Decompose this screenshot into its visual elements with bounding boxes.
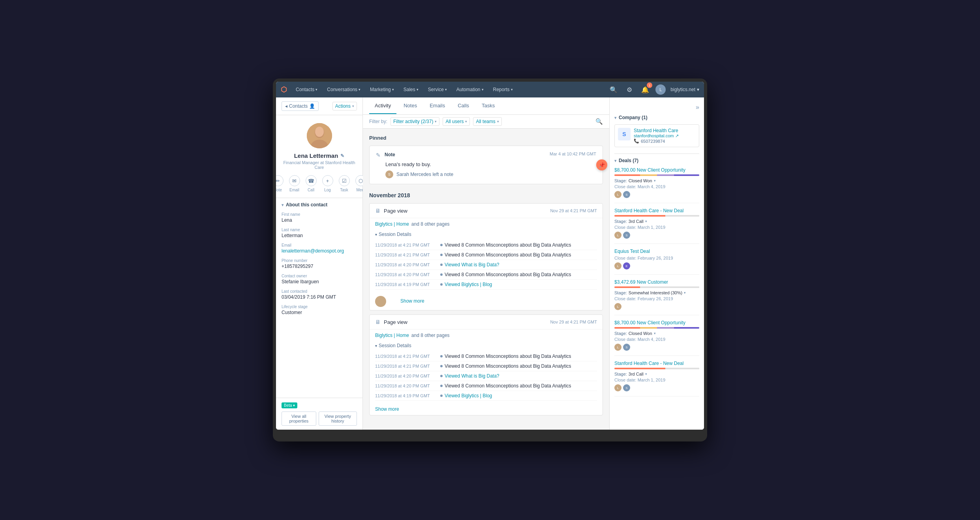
deal-progress-bar-5	[614, 327, 699, 329]
page-link-2[interactable]: Biglytics | Home	[375, 333, 409, 338]
company-name[interactable]: Stanford Health Care	[634, 128, 679, 133]
task-icon: ☑	[339, 175, 350, 186]
actions-button[interactable]: Actions ▾	[332, 102, 357, 110]
session-toggle-2[interactable]: ▾ Session Details	[370, 340, 603, 352]
pinned-section: Pinned ✎ Note Mar 4 at 10:42 PM GMT Lena…	[369, 135, 603, 184]
deal-name-4[interactable]: $3,472.69 New Customer	[614, 279, 699, 285]
contact-avatar-image	[307, 123, 332, 148]
session-row: 11/29/2018 at 4:19 PM GMT Viewed Biglyti…	[375, 391, 597, 401]
deal-card-5: $8,700.00 New Client Opportunity Stage: …	[614, 320, 699, 356]
progress-segment	[640, 286, 700, 288]
account-caret-icon: ▾	[697, 87, 699, 92]
deal-avatar: S	[623, 344, 630, 351]
nav-conversations[interactable]: Conversations ▾	[323, 84, 364, 95]
tab-notes[interactable]: Notes	[398, 98, 422, 114]
progress-segment	[640, 327, 657, 329]
call-action[interactable]: ☎ Call	[306, 175, 317, 192]
email-action[interactable]: ✉ Email	[289, 175, 300, 192]
note-action[interactable]: ✏ Note	[276, 175, 283, 192]
search-button[interactable]: 🔍	[608, 84, 619, 95]
progress-segment	[614, 327, 640, 329]
deal-name-2[interactable]: Stanford Health Care - New Deal	[614, 208, 699, 213]
progress-segment	[614, 174, 640, 176]
settings-button[interactable]: ⚙	[624, 84, 635, 95]
page-link-1[interactable]: Biglytics | Home	[375, 221, 409, 227]
progress-segment	[674, 174, 700, 176]
account-menu[interactable]: biglytics.net ▾	[670, 87, 699, 92]
user-avatar[interactable]: L	[655, 84, 666, 95]
note-card-icon: ✎	[376, 152, 381, 158]
note-card-header: ✎ Note Mar 4 at 10:42 PM GMT	[376, 152, 596, 158]
filter-activity-button[interactable]: Filter activity (2/37) ▾	[390, 117, 439, 126]
tab-activity[interactable]: Activity	[369, 98, 396, 114]
deal-name-6[interactable]: Stanford Health Care - New Deal	[614, 361, 699, 366]
note-card-footer: S Sarah Mercedes left a note	[385, 170, 596, 178]
note-card-meta: Note	[385, 152, 546, 157]
nav-reports[interactable]: Reports ▾	[489, 84, 517, 95]
about-section: ▾ About this contact First name Lena Las…	[276, 198, 362, 398]
activity-search-button[interactable]: 🔍	[595, 118, 603, 125]
nav-service[interactable]: Service ▾	[424, 84, 451, 95]
nav-contacts-caret: ▾	[315, 88, 317, 92]
tab-tasks[interactable]: Tasks	[476, 98, 500, 114]
session-row: 11/29/2018 at 4:21 PM GMT Viewed 8 Commo…	[375, 250, 597, 260]
task-action[interactable]: ☑ Task	[339, 175, 350, 192]
deal-stage-link-6[interactable]: 3rd Call	[629, 372, 644, 376]
deal-stage-caret-icon: ▾	[654, 331, 656, 335]
nav-marketing[interactable]: Marketing ▾	[366, 84, 398, 95]
deals-section-header[interactable]: ▾ Deals (7)	[614, 158, 699, 163]
deal-avatar: S	[623, 191, 630, 198]
company-section-header[interactable]: ▾ Company (1)	[614, 115, 699, 120]
deal-name-5[interactable]: $8,700.00 New Client Opportunity	[614, 320, 699, 325]
nav-automation[interactable]: Automation ▾	[452, 84, 488, 95]
deal-avatars-3: L E	[614, 262, 699, 269]
show-more-link-1[interactable]: Show more	[395, 296, 430, 307]
about-toggle[interactable]: ▾ About this contact	[282, 202, 357, 208]
filter-users-button[interactable]: All users ▾	[443, 117, 470, 126]
deal-progress-bar-2	[614, 215, 699, 217]
deal-stage-link-1[interactable]: Closed Won	[629, 178, 652, 183]
deal-stage-link-5[interactable]: Closed Won	[629, 331, 652, 336]
deal-stage-link-4[interactable]: Somewhat Interested (30%)	[629, 290, 682, 295]
log-action[interactable]: + Log	[322, 175, 333, 192]
edit-contact-icon[interactable]: ✎	[340, 153, 344, 159]
nav-right: 🔍 ⚙ 🔔 1 L biglytics.net ▾	[608, 84, 699, 95]
session-row: 11/29/2018 at 4:20 PM GMT Viewed 8 Commo…	[375, 270, 597, 280]
nav-contacts[interactable]: Contacts ▾	[292, 84, 321, 95]
tab-calls[interactable]: Calls	[452, 98, 475, 114]
page-view-card-1: 🖥 Page view Nov 29 at 4:21 PM GMT Biglyt…	[369, 203, 603, 311]
collapse-panel-icon[interactable]: »	[696, 104, 699, 111]
deal-card-6: Stanford Health Care - New Deal Stage: 3…	[614, 361, 699, 397]
show-more-link-2[interactable]: Show more	[370, 404, 603, 415]
deal-name-1[interactable]: $8,700.00 New Client Opportunity	[614, 167, 699, 173]
session-row: 11/29/2018 at 4:20 PM GMT Viewed 8 Commo…	[375, 381, 597, 391]
progress-segment	[674, 327, 700, 329]
filter-teams-button[interactable]: All teams ▾	[473, 117, 501, 126]
session-dot-icon	[438, 363, 445, 369]
deal-close-4: Close date: February 26, 2019	[614, 296, 699, 301]
company-url[interactable]: stanfordhospital.com ↗	[634, 133, 679, 138]
tab-emails[interactable]: Emails	[424, 98, 451, 114]
progress-segment	[640, 174, 657, 176]
back-to-contacts-button[interactable]: ◂ Contacts 👤	[282, 101, 319, 111]
beta-badge[interactable]: Beta ▾	[282, 402, 297, 408]
breadcrumb-bar: ◂ Contacts 👤 Actions ▾	[276, 97, 362, 115]
view-all-properties-button[interactable]: View all properties	[282, 412, 316, 426]
pin-fab-button[interactable]: 📌	[596, 159, 607, 170]
view-property-history-button[interactable]: View property history	[319, 412, 357, 426]
nav-conversations-caret: ▾	[359, 88, 360, 92]
deal-close-6: Close date: March 1, 2019	[614, 378, 699, 382]
deal-progress-bar-6	[614, 368, 699, 369]
note-author-text: Sarah Mercedes left a note	[396, 172, 453, 177]
deal-close-3: Close date: February 26, 2019	[614, 256, 699, 260]
nav-reports-caret: ▾	[511, 88, 513, 92]
deal-close-2: Close date: March 1, 2019	[614, 225, 699, 230]
contact-owner-field: Contact owner Stefanie Ibarguen	[282, 274, 357, 284]
session-toggle-1[interactable]: ▾ Session Details	[370, 228, 603, 240]
nav-sales[interactable]: Sales ▾	[400, 84, 422, 95]
deal-name-3[interactable]: Equius Test Deal	[614, 249, 699, 254]
top-nav: ⬡ Contacts ▾ Conversations ▾ Marketing ▾…	[276, 82, 704, 97]
company-logo: S	[618, 128, 631, 140]
deal-stage-link-2[interactable]: 3rd Call	[629, 219, 644, 224]
notifications-button[interactable]: 🔔 1	[640, 84, 651, 95]
